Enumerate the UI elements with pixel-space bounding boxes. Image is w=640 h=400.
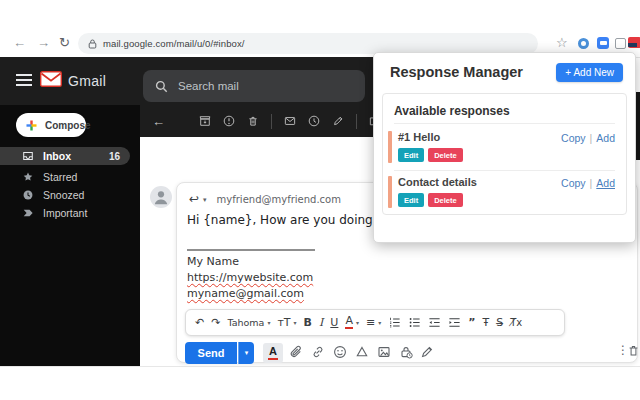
align-button[interactable]: ≡ ▾ — [366, 316, 381, 329]
address-bar[interactable]: mail.google.com/mail/u/0/#inbox/ — [78, 33, 538, 54]
font-size-icon: тT — [277, 316, 290, 329]
copy-link[interactable]: Copy — [561, 132, 586, 144]
signature-separator — [187, 249, 315, 251]
star-icon — [22, 171, 34, 183]
text-color-icon: A — [345, 316, 353, 329]
formatting-options-button[interactable]: A — [263, 343, 283, 363]
sidebar-item-snoozed[interactable]: Snoozed — [0, 186, 130, 204]
formatting-a-icon: A — [269, 346, 277, 357]
browser-forward-icon[interactable]: → — [37, 36, 50, 50]
undo-icon[interactable]: ↶ — [195, 316, 204, 329]
sidebar-item-label: Inbox — [43, 150, 71, 162]
font-size-button[interactable]: тT ▾ — [277, 316, 296, 329]
extension-square-icon[interactable] — [597, 37, 609, 49]
search-placeholder: Search mail — [178, 80, 239, 92]
underline-icon[interactable]: U — [330, 316, 338, 329]
recipient-address[interactable]: myfriend@myfriend.com — [217, 194, 341, 205]
reply-row: ↩ ▾ myfriend@myfriend.com — [189, 192, 341, 206]
signature-name[interactable]: My Name — [187, 255, 239, 268]
indent-more-icon[interactable] — [448, 316, 461, 329]
bulleted-list-icon[interactable] — [408, 316, 421, 329]
strikethrough-s-icon[interactable]: S̶ — [496, 316, 503, 329]
response-manager-popup: Response Manager + Add New Available res… — [373, 52, 636, 243]
extension-grey-icon[interactable] — [615, 38, 626, 49]
responses-card: Available responses #1 Hello Copy | Add … — [382, 93, 627, 215]
archive-icon[interactable] — [199, 115, 211, 127]
sidebar-item-label: Starred — [43, 171, 77, 183]
edit-button[interactable]: Edit — [398, 148, 424, 162]
edit-button[interactable]: Edit — [398, 193, 424, 207]
chevron-down-icon: ▾ — [267, 319, 270, 326]
strikethrough-icon[interactable]: Ŧ — [482, 316, 489, 329]
popup-title: Response Manager — [390, 64, 523, 80]
send-button[interactable]: Send — [185, 342, 237, 364]
link-separator: | — [590, 177, 593, 189]
italic-icon[interactable]: I — [319, 316, 323, 329]
gmail-sidebar: Compose Inbox 16 Starred Snoozed Importa… — [0, 105, 140, 367]
insert-signature-icon[interactable] — [420, 345, 434, 359]
formatting-toolbar: ↶ ↷ Tahoma ▾ тT ▾ B I U A ▾ ≡ ▾ — [185, 309, 565, 336]
insert-photo-icon[interactable] — [377, 345, 391, 359]
search-input[interactable]: Search mail — [143, 70, 365, 102]
mark-unread-icon[interactable] — [284, 115, 296, 127]
add-link[interactable]: Add — [596, 132, 615, 144]
report-spam-icon[interactable] — [223, 115, 235, 127]
response-links: Copy | Add — [561, 132, 615, 144]
signature-email[interactable]: myname@gmail.com — [187, 287, 304, 300]
send-options-caret-icon[interactable]: ▾ — [238, 342, 254, 364]
align-icon: ≡ — [366, 316, 375, 329]
divider — [394, 170, 615, 171]
inbox-count: 16 — [109, 151, 120, 162]
indent-less-icon[interactable] — [428, 316, 441, 329]
sidebar-item-starred[interactable]: Starred — [0, 168, 130, 186]
delete-button[interactable]: Delete — [428, 148, 463, 162]
confidential-mode-icon[interactable] — [399, 345, 413, 359]
window-bottom-edge — [0, 366, 640, 367]
response-item: #1 Hello Copy | Add Edit Delete — [388, 131, 621, 163]
toolbar-divider — [271, 114, 272, 129]
browser-refresh-icon[interactable]: ↻ — [59, 36, 70, 50]
remove-formatting-icon[interactable]: T̸x — [510, 317, 522, 328]
delete-icon[interactable] — [247, 115, 259, 127]
response-links: Copy | Add — [561, 177, 615, 189]
response-buttons: Edit Delete — [398, 193, 463, 207]
delete-button[interactable]: Delete — [428, 193, 463, 207]
reply-icon[interactable]: ↩ — [189, 192, 199, 206]
attach-file-icon[interactable] — [289, 345, 303, 359]
compose-button[interactable]: Compose — [16, 113, 86, 137]
add-link[interactable]: Add — [596, 177, 615, 189]
insert-link-icon[interactable] — [311, 345, 325, 359]
message-body[interactable]: Hi {name}, How are you doing? — [187, 213, 379, 227]
edit-icon[interactable] — [332, 115, 344, 127]
redo-icon[interactable]: ↷ — [211, 316, 220, 329]
bookmark-star-icon[interactable]: ☆ — [556, 35, 568, 50]
divider — [394, 123, 615, 124]
extension-circle-icon[interactable] — [578, 38, 589, 49]
browser-chrome: ← → ↻ mail.google.com/mail/u/0/#inbox/ ☆ — [0, 0, 640, 58]
discard-draft-icon[interactable] — [627, 344, 640, 358]
quote-icon[interactable]: ” — [468, 316, 475, 329]
copy-link[interactable]: Copy — [561, 177, 586, 189]
page-scrollbar[interactable] — [636, 92, 640, 160]
important-icon — [22, 207, 34, 219]
sidebar-item-important[interactable]: Important — [0, 204, 130, 222]
gmail-logo-text: Gmail — [68, 73, 106, 89]
text-color-button[interactable]: A ▾ — [345, 316, 359, 329]
reply-type-caret-icon[interactable]: ▾ — [203, 196, 207, 204]
numbered-list-icon[interactable] — [388, 316, 401, 329]
insert-drive-icon[interactable] — [355, 345, 369, 359]
back-arrow-icon[interactable]: ← — [152, 114, 165, 129]
insert-emoji-icon[interactable] — [333, 345, 347, 359]
add-new-button[interactable]: + Add New — [556, 63, 623, 82]
browser-back-icon[interactable]: ← — [13, 36, 26, 50]
signature-website[interactable]: https://mywebsite.com — [187, 271, 313, 284]
google-plus-icon — [25, 119, 38, 132]
accent-bar — [388, 176, 392, 208]
snooze-icon[interactable] — [308, 115, 320, 127]
hamburger-menu-icon[interactable] — [16, 74, 32, 86]
response-manager-extension-icon[interactable] — [628, 37, 640, 48]
sidebar-item-inbox[interactable]: Inbox 16 — [0, 147, 130, 165]
bold-icon[interactable]: B — [304, 316, 312, 329]
font-family-select[interactable]: Tahoma ▾ — [227, 317, 270, 328]
response-name: #1 Hello — [398, 131, 440, 143]
